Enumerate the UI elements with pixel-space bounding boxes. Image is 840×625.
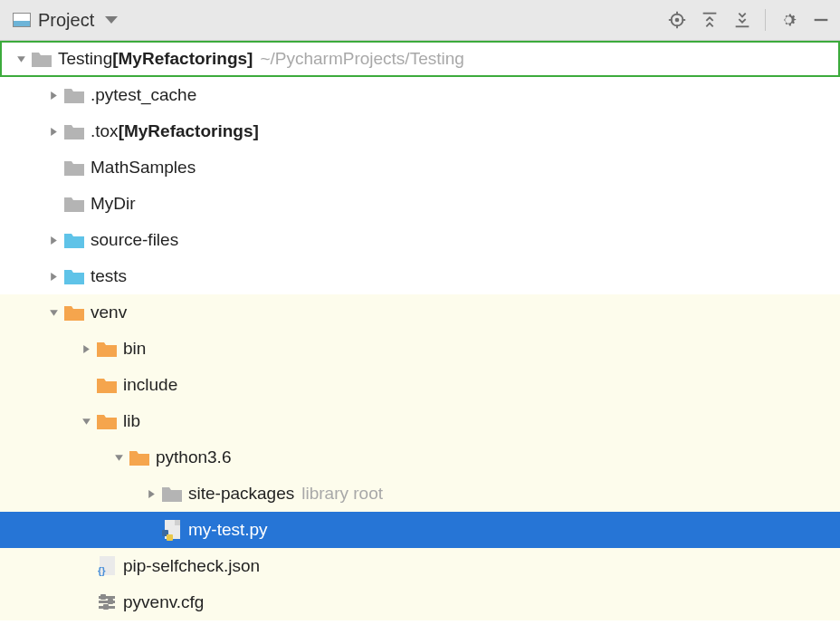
tree-item-label: site-packages <box>188 484 294 504</box>
tree-item-label: venv <box>91 303 127 322</box>
folder-icon <box>96 339 118 359</box>
folder-icon <box>96 411 118 431</box>
expand-arrow-icon[interactable] <box>43 308 63 318</box>
cfg-file-icon <box>96 592 118 612</box>
folder-icon <box>63 121 85 141</box>
tree-row[interactable]: venv <box>0 294 840 331</box>
expand-arrow-icon[interactable] <box>43 236 63 245</box>
tree-row[interactable]: python3.6 <box>0 439 840 476</box>
json-file-icon: {} <box>96 556 118 576</box>
expand-arrow-icon[interactable] <box>43 127 63 137</box>
folder-icon <box>31 49 52 69</box>
folder-icon <box>129 447 150 467</box>
tree-row[interactable]: Testing [MyRefactorings]~/PycharmProject… <box>0 41 840 77</box>
tree-item-branch: [MyRefactorings] <box>119 121 259 141</box>
tree-row[interactable]: pyvenv.cfg <box>0 584 840 620</box>
gear-icon[interactable] <box>778 10 798 30</box>
folder-icon <box>63 194 85 214</box>
project-selector[interactable]: Project <box>13 10 118 31</box>
python-file-icon <box>161 520 183 540</box>
tree-row[interactable]: .tox [MyRefactorings] <box>0 113 840 149</box>
project-view-icon <box>13 13 31 27</box>
folder-icon <box>63 158 85 178</box>
tree-row[interactable]: MathSamples <box>0 149 840 186</box>
expand-all-icon[interactable] <box>700 10 720 30</box>
project-title: Project <box>38 10 94 31</box>
expand-arrow-icon[interactable] <box>76 417 96 427</box>
tree-item-label: tests <box>91 266 127 286</box>
expand-arrow-icon[interactable] <box>43 272 63 282</box>
tree-row[interactable]: .pytest_cache <box>0 77 840 113</box>
tree-item-label: .pytest_cache <box>91 85 196 105</box>
folder-icon <box>161 484 183 504</box>
tree-row[interactable]: site-packageslibrary root <box>0 476 840 512</box>
expand-arrow-icon[interactable] <box>109 453 129 463</box>
tree-item-label: pip-selfcheck.json <box>123 556 260 576</box>
tree-item-branch: [MyRefactorings] <box>112 49 253 69</box>
tree-item-label: source-files <box>91 230 178 250</box>
folder-icon <box>63 266 85 286</box>
tree-item-label: python3.6 <box>156 447 231 467</box>
tree-row[interactable]: lib <box>0 403 840 439</box>
folder-icon <box>96 375 118 395</box>
tree-item-label: pyvenv.cfg <box>123 592 204 612</box>
tree-row[interactable]: MyDir <box>0 186 840 222</box>
tree-row[interactable]: my-test.py <box>0 512 840 548</box>
folder-icon <box>63 85 85 105</box>
tree-row[interactable]: bin <box>0 331 840 367</box>
tree-item-label: Testing <box>58 49 112 69</box>
tree-item-label: include <box>123 375 177 395</box>
tree-item-label: bin <box>123 339 146 359</box>
locate-icon[interactable] <box>667 10 687 30</box>
expand-arrow-icon[interactable] <box>76 344 96 354</box>
project-toolbar: Project <box>0 0 840 41</box>
tree-item-path: library root <box>301 484 383 504</box>
tree-row[interactable]: {}pip-selfcheck.json <box>0 548 840 584</box>
tree-item-label: my-test.py <box>188 520 268 540</box>
toolbar-divider <box>765 9 766 31</box>
tree-item-label: MyDir <box>91 194 136 214</box>
project-tree[interactable]: Testing [MyRefactorings]~/PycharmProject… <box>0 41 840 620</box>
minimize-icon[interactable] <box>811 10 831 30</box>
chevron-down-icon <box>105 16 118 24</box>
tree-item-path: ~/PycharmProjects/Testing <box>260 49 463 69</box>
folder-icon <box>63 230 85 250</box>
collapse-all-icon[interactable] <box>732 10 752 30</box>
svg-point-5 <box>676 19 679 22</box>
tree-item-label: MathSamples <box>91 158 196 178</box>
expand-arrow-icon[interactable] <box>141 489 161 499</box>
tree-item-label: .tox <box>91 121 119 141</box>
expand-arrow-icon[interactable] <box>43 91 63 101</box>
folder-icon <box>63 303 85 322</box>
tree-row[interactable]: source-files <box>0 222 840 258</box>
tree-row[interactable]: include <box>0 367 840 403</box>
tree-row[interactable]: tests <box>0 258 840 294</box>
tree-item-label: lib <box>123 411 140 431</box>
expand-arrow-icon[interactable] <box>11 54 31 64</box>
